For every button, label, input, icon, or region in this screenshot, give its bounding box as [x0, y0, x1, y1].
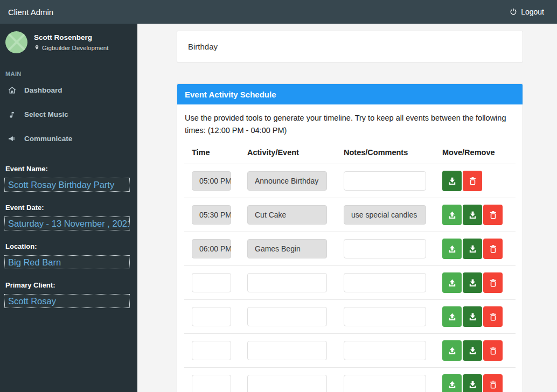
remove-button[interactable]: [483, 272, 503, 293]
notes-input[interactable]: [344, 273, 426, 292]
sidebar-field: Primary Client: Scott Rosay: [4, 281, 133, 308]
upload-arrow-icon: [447, 244, 457, 254]
time-input[interactable]: [192, 205, 231, 225]
field-label: Event Name:: [4, 165, 133, 173]
column-header-activity: Activity/Event: [247, 148, 344, 157]
notes-input[interactable]: [344, 341, 426, 360]
download-arrow-icon: [468, 210, 478, 220]
user-name: Scott Rosenberg: [34, 33, 108, 41]
column-header-notes: Notes/Comments: [344, 148, 442, 157]
event-summary-fields: Event Name: Scott Rosay Birthday Party E…: [0, 151, 137, 308]
trash-icon: [488, 346, 498, 356]
sidebar-item-dashboard[interactable]: Dashboard: [0, 78, 137, 102]
download-arrow-icon: [468, 346, 478, 356]
field-label: Event Date:: [4, 204, 133, 212]
field-label: Primary Client:: [4, 281, 133, 289]
trash-icon: [488, 278, 498, 288]
field-value: Big Red Barn: [4, 255, 130, 269]
move-down-button[interactable]: [463, 306, 482, 327]
notes-input[interactable]: [344, 307, 426, 326]
move-up-button[interactable]: [442, 272, 462, 293]
move-down-button[interactable]: [463, 272, 482, 293]
activity-input[interactable]: [247, 239, 327, 258]
move-down-button[interactable]: [463, 205, 482, 225]
activity-input[interactable]: [247, 171, 327, 191]
activity-input[interactable]: [247, 273, 327, 292]
upload-arrow-icon: [447, 278, 457, 288]
user-company-label: Gigbuilder Development: [42, 45, 108, 51]
event-type-label: Birthday: [188, 42, 218, 51]
field-label: Location:: [4, 242, 133, 250]
sidebar-section-label: MAIN: [0, 60, 137, 78]
remove-button[interactable]: [483, 374, 503, 392]
move-remove-cell: [442, 171, 516, 191]
remove-button[interactable]: [463, 171, 482, 191]
user-profile: Scott Rosenberg Gigbuilder Development: [0, 24, 137, 60]
time-input[interactable]: [192, 307, 231, 326]
time-input[interactable]: [192, 171, 231, 191]
move-down-button[interactable]: [442, 171, 462, 191]
download-arrow-icon: [447, 176, 457, 186]
move-remove-cell: [442, 374, 516, 392]
notes-input[interactable]: [344, 205, 426, 225]
time-input[interactable]: [192, 239, 231, 258]
download-arrow-icon: [468, 278, 478, 288]
download-arrow-icon: [468, 244, 478, 254]
avatar: [5, 31, 27, 53]
home-icon: [8, 86, 17, 95]
panel-title: Event Activity Schedule: [177, 84, 523, 104]
schedule-row: [184, 232, 516, 266]
sidebar-item-label: Dashboard: [24, 86, 62, 94]
sidebar-item-communicate[interactable]: Communicate: [0, 127, 137, 151]
download-arrow-icon: [468, 312, 478, 322]
logout-button[interactable]: Logout: [509, 8, 544, 16]
sidebar-nav: Dashboard Select Music Communicate: [0, 78, 137, 151]
schedule-instructions: Use the provided tools to generate your …: [184, 112, 516, 137]
logout-label: Logout: [521, 8, 544, 16]
move-up-button[interactable]: [442, 374, 462, 392]
notes-input[interactable]: [344, 239, 426, 258]
column-header-move-remove: Move/Remove: [442, 148, 516, 157]
remove-button[interactable]: [483, 239, 503, 259]
upload-arrow-icon: [447, 380, 457, 390]
move-up-button[interactable]: [442, 306, 462, 327]
move-up-button[interactable]: [442, 239, 462, 259]
activity-input[interactable]: [247, 341, 327, 360]
move-remove-cell: [442, 340, 516, 361]
activity-input[interactable]: [247, 375, 327, 392]
activity-input[interactable]: [247, 307, 327, 326]
trash-icon: [468, 176, 478, 186]
power-icon: [509, 8, 518, 16]
remove-button[interactable]: [483, 306, 503, 327]
upload-arrow-icon: [447, 346, 457, 356]
time-input[interactable]: [192, 341, 231, 360]
sidebar-item-select-music[interactable]: Select Music: [0, 102, 137, 127]
remove-button[interactable]: [483, 205, 503, 225]
schedule-row: [184, 300, 516, 334]
move-up-button[interactable]: [442, 340, 462, 361]
remove-button[interactable]: [483, 340, 503, 361]
event-type-card: Birthday: [177, 31, 523, 62]
sidebar-field: Event Name: Scott Rosay Birthday Party: [4, 165, 133, 192]
time-input[interactable]: [192, 375, 231, 392]
time-input[interactable]: [192, 273, 231, 292]
trash-icon: [488, 244, 498, 254]
move-down-button[interactable]: [463, 340, 482, 361]
top-navbar: Client Admin Logout: [0, 0, 557, 24]
notes-input[interactable]: [344, 171, 426, 191]
field-value: Saturday - 13 November , 2021: [4, 216, 130, 230]
move-up-button[interactable]: [442, 205, 462, 225]
schedule-row: [184, 266, 516, 300]
sidebar: Scott Rosenberg Gigbuilder Development M…: [0, 24, 137, 392]
activity-input[interactable]: [247, 205, 327, 225]
schedule-row: [184, 334, 516, 368]
notes-input[interactable]: [344, 375, 426, 392]
main-content: Birthday Event Activity Schedule Use the…: [137, 24, 557, 392]
move-down-button[interactable]: [463, 374, 482, 392]
move-down-button[interactable]: [463, 239, 482, 259]
trash-icon: [488, 380, 498, 390]
location-pin-icon: [34, 44, 40, 51]
sidebar-field: Location: Big Red Barn: [4, 242, 133, 269]
field-value: Scott Rosay: [4, 294, 130, 308]
sidebar-item-label: Select Music: [24, 110, 68, 118]
